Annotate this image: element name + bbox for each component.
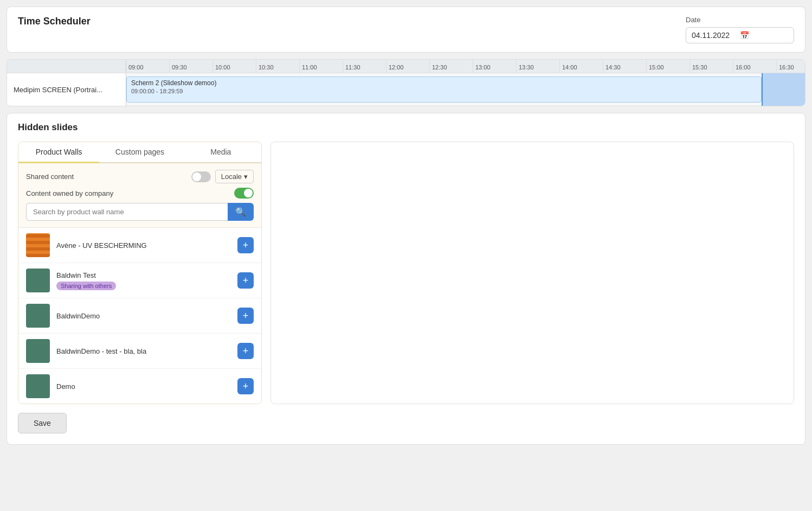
timeline-hour-label: 16:30 [777,60,805,73]
product-info: BaldwinDemo [56,312,231,320]
timeline-header: 09:0009:3010:0010:3011:0011:3012:0012:30… [7,60,805,73]
add-product-button[interactable]: + [237,308,254,324]
right-panel [270,142,794,404]
search-row: 🔍 [26,203,254,221]
timeline-hour-label: 10:00 [213,60,256,73]
product-info: BaldwinDemo - test - bla, bla [56,347,231,355]
filters-section: Shared content Locale ▾ Content owned by… [18,163,261,228]
timeline-hour-label: 11:00 [300,60,343,73]
product-thumbnail [26,269,50,292]
shared-content-label: Shared content [26,173,74,181]
product-thumbnail [26,233,50,257]
product-list: Avène - UV BESCHERMING+Baldwin TestShari… [18,228,261,404]
timeline-hour-label: 14:30 [603,60,647,73]
timeline-hour-label: 12:30 [430,60,473,73]
list-item: BaldwinDemo+ [18,298,261,334]
search-input[interactable] [26,203,228,221]
date-input-wrap[interactable]: 04.11.2022 📅 [686,27,794,43]
add-product-button[interactable]: + [237,343,254,359]
shared-content-toggle-wrap: Locale ▾ [191,170,254,183]
product-info: Avène - UV BESCHERMING [56,241,231,250]
company-content-label: Content owned by company [26,189,113,197]
shared-content-row: Shared content Locale ▾ [26,170,254,183]
scheduler-title: Time Scheduler [18,16,91,27]
time-scheduler-card: Time Scheduler Date 04.11.2022 📅 [7,7,805,53]
timeline-body: Medipim SCREEN (Portrai... Scherm 2 (Sli… [7,73,805,106]
product-info: Demo [56,382,231,391]
add-product-button[interactable]: + [237,237,254,253]
timeline-hour-label: 13:00 [473,60,517,73]
timeline-hour-label: 14:00 [560,60,603,73]
tab-product-walls[interactable]: Product Walls [18,142,99,163]
hidden-slides-card: Hidden slides Product WallsCustom pagesM… [7,113,805,445]
tabs: Product WallsCustom pagesMedia [18,142,261,163]
timeline-hour-label: 15:30 [690,60,733,73]
left-panel: Product WallsCustom pagesMedia Shared co… [18,142,262,404]
hidden-slides-body: Product WallsCustom pagesMedia Shared co… [18,142,794,404]
search-button[interactable]: 🔍 [228,203,254,221]
timeline-event-title: Scherm 2 (Slideshow demoo) [131,79,757,87]
sharing-badge: Sharing with others [56,282,116,290]
timeline-hours: 09:0009:3010:0010:3011:0011:3012:0012:30… [126,60,805,73]
add-product-button[interactable]: + [237,378,254,394]
tab-media[interactable]: Media [181,142,261,163]
product-thumbnail [26,304,50,328]
search-icon: 🔍 [235,207,246,216]
shared-content-toggle[interactable] [191,171,211,182]
tab-custom-pages[interactable]: Custom pages [99,142,180,163]
timeline-hour-label: 13:30 [517,60,560,73]
add-product-button[interactable]: + [237,272,254,289]
product-name: Avène - UV BESCHERMING [56,241,231,250]
product-thumbnail [26,374,50,398]
list-item: Baldwin TestSharing with others+ [18,263,261,298]
timeline-row-label: Medipim SCREEN (Portrai... [7,73,126,106]
date-section: Date 04.11.2022 📅 [686,16,794,43]
list-item: BaldwinDemo - test - bla, bla+ [18,334,261,369]
list-item: Avène - UV BESCHERMING+ [18,228,261,263]
timeline-card: 09:0009:3010:0010:3011:0011:3012:0012:30… [7,59,805,106]
locale-button[interactable]: Locale ▾ [215,170,254,183]
timeline-label-header [7,60,126,73]
timeline-event[interactable]: Scherm 2 (Slideshow demoo) 09:00:00 - 18… [126,76,762,103]
product-info: Baldwin TestSharing with others [56,271,231,290]
date-label: Date [686,16,794,24]
timeline-hour-label: 09:00 [126,60,170,73]
locale-chevron-icon: ▾ [244,173,248,181]
date-value: 04.11.2022 [692,31,740,40]
locale-label: Locale [221,173,242,181]
product-name: BaldwinDemo - test - bla, bla [56,347,231,355]
timeline-hour-label: 10:30 [256,60,300,73]
product-name: Baldwin Test [56,271,231,279]
timeline-hour-label: 09:30 [170,60,213,73]
timeline-hour-label: 11:30 [343,60,386,73]
timeline-highlight [762,73,805,106]
timeline-event-time: 09:00:00 - 18:29:59 [131,88,757,94]
timeline-hour-label: 15:00 [647,60,690,73]
company-content-row: Content owned by company [26,188,254,199]
product-thumbnail [26,339,50,363]
company-content-toggle[interactable] [234,188,254,199]
product-name: Demo [56,382,231,391]
calendar-icon[interactable]: 📅 [740,31,788,40]
hidden-slides-title: Hidden slides [18,122,794,133]
product-name: BaldwinDemo [56,312,231,320]
save-button[interactable]: Save [18,413,67,433]
list-item: Demo+ [18,369,261,404]
timeline-hour-label: 12:00 [386,60,430,73]
timeline-events: Scherm 2 (Slideshow demoo) 09:00:00 - 18… [126,73,805,106]
timeline-hour-label: 16:00 [733,60,777,73]
